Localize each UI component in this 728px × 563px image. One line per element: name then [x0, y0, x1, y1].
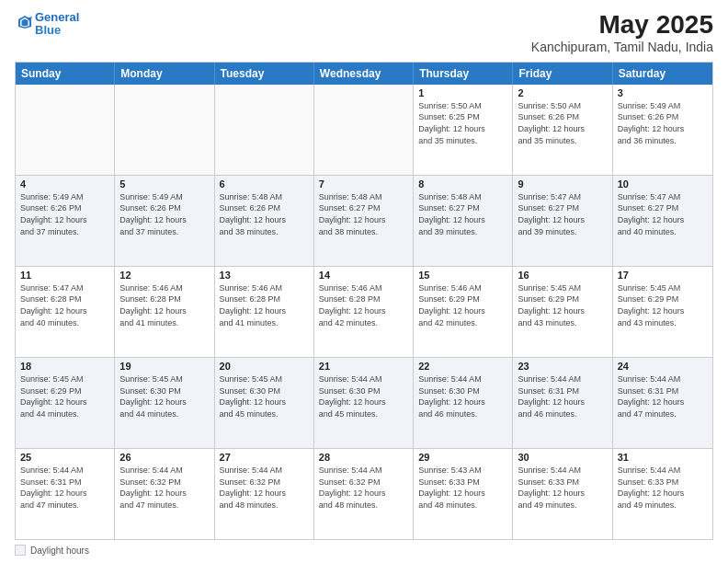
- calendar-cell: 2Sunrise: 5:50 AM Sunset: 6:26 PM Daylig…: [513, 85, 612, 175]
- day-number: 29: [418, 452, 507, 463]
- header: General Blue May 2025 Kanchipuram, Tamil…: [15, 11, 713, 54]
- day-number: 4: [20, 178, 109, 190]
- calendar-cell: 25Sunrise: 5:44 AM Sunset: 6:31 PM Dayli…: [16, 449, 115, 539]
- day-number: 25: [20, 452, 109, 463]
- day-number: 31: [618, 452, 708, 463]
- day-info: Sunrise: 5:46 AM Sunset: 6:28 PM Dayligh…: [319, 282, 408, 328]
- day-number: 26: [119, 452, 209, 463]
- calendar-cell: [314, 85, 414, 175]
- day-info: Sunrise: 5:45 AM Sunset: 6:30 PM Dayligh…: [220, 373, 309, 419]
- calendar-cell: 10Sunrise: 5:47 AM Sunset: 6:27 PM Dayli…: [613, 176, 712, 266]
- header-cell-monday: Monday: [115, 63, 214, 85]
- calendar-row: 25Sunrise: 5:44 AM Sunset: 6:31 PM Dayli…: [16, 449, 712, 539]
- calendar-cell: 3Sunrise: 5:49 AM Sunset: 6:26 PM Daylig…: [613, 85, 712, 175]
- calendar-cell: 17Sunrise: 5:45 AM Sunset: 6:29 PM Dayli…: [613, 267, 712, 357]
- calendar-cell: 13Sunrise: 5:46 AM Sunset: 6:28 PM Dayli…: [215, 267, 314, 357]
- day-info: Sunrise: 5:44 AM Sunset: 6:31 PM Dayligh…: [618, 373, 708, 419]
- day-info: Sunrise: 5:44 AM Sunset: 6:30 PM Dayligh…: [319, 373, 408, 419]
- day-number: 1: [418, 87, 507, 98]
- day-number: 15: [418, 270, 507, 281]
- day-info: Sunrise: 5:44 AM Sunset: 6:32 PM Dayligh…: [220, 465, 309, 511]
- day-info: Sunrise: 5:46 AM Sunset: 6:28 PM Dayligh…: [220, 282, 309, 328]
- calendar-cell: 8Sunrise: 5:48 AM Sunset: 6:27 PM Daylig…: [414, 176, 513, 266]
- calendar-cell: 1Sunrise: 5:50 AM Sunset: 6:25 PM Daylig…: [414, 85, 513, 175]
- calendar-cell: 11Sunrise: 5:47 AM Sunset: 6:28 PM Dayli…: [16, 267, 115, 357]
- calendar-cell: 20Sunrise: 5:45 AM Sunset: 6:30 PM Dayli…: [215, 358, 314, 448]
- day-info: Sunrise: 5:47 AM Sunset: 6:28 PM Dayligh…: [20, 282, 109, 328]
- day-number: 30: [518, 452, 607, 463]
- day-info: Sunrise: 5:46 AM Sunset: 6:28 PM Dayligh…: [119, 282, 209, 328]
- day-info: Sunrise: 5:43 AM Sunset: 6:33 PM Dayligh…: [418, 465, 507, 511]
- calendar-cell: 29Sunrise: 5:43 AM Sunset: 6:33 PM Dayli…: [414, 449, 513, 539]
- calendar-cell: 5Sunrise: 5:49 AM Sunset: 6:26 PM Daylig…: [115, 176, 214, 266]
- day-info: Sunrise: 5:45 AM Sunset: 6:30 PM Dayligh…: [119, 373, 209, 419]
- calendar: SundayMondayTuesdayWednesdayThursdayFrid…: [15, 62, 713, 540]
- day-number: 9: [518, 178, 607, 190]
- header-cell-friday: Friday: [513, 63, 612, 85]
- day-number: 7: [319, 178, 408, 190]
- day-number: 10: [618, 178, 708, 190]
- calendar-cell: 15Sunrise: 5:46 AM Sunset: 6:29 PM Dayli…: [414, 267, 513, 357]
- calendar-cell: 12Sunrise: 5:46 AM Sunset: 6:28 PM Dayli…: [115, 267, 214, 357]
- day-number: 22: [418, 361, 507, 372]
- calendar-cell: 21Sunrise: 5:44 AM Sunset: 6:30 PM Dayli…: [314, 358, 414, 448]
- day-info: Sunrise: 5:44 AM Sunset: 6:31 PM Dayligh…: [20, 465, 109, 511]
- day-number: 5: [119, 178, 209, 190]
- calendar-cell: 16Sunrise: 5:45 AM Sunset: 6:29 PM Dayli…: [513, 267, 612, 357]
- calendar-cell: 14Sunrise: 5:46 AM Sunset: 6:28 PM Dayli…: [314, 267, 414, 357]
- calendar-cell: 19Sunrise: 5:45 AM Sunset: 6:30 PM Dayli…: [115, 358, 214, 448]
- calendar-cell: 6Sunrise: 5:48 AM Sunset: 6:26 PM Daylig…: [215, 176, 314, 266]
- calendar-cell: [115, 85, 214, 175]
- calendar-cell: 18Sunrise: 5:45 AM Sunset: 6:29 PM Dayli…: [16, 358, 115, 448]
- day-number: 11: [20, 270, 109, 281]
- calendar-cell: 24Sunrise: 5:44 AM Sunset: 6:31 PM Dayli…: [613, 358, 712, 448]
- legend-label: Daylight hours: [30, 546, 89, 556]
- day-info: Sunrise: 5:47 AM Sunset: 6:27 PM Dayligh…: [618, 191, 708, 237]
- day-info: Sunrise: 5:44 AM Sunset: 6:32 PM Dayligh…: [119, 465, 209, 511]
- title-block: May 2025 Kanchipuram, Tamil Nadu, India: [531, 11, 713, 54]
- day-info: Sunrise: 5:44 AM Sunset: 6:31 PM Dayligh…: [518, 373, 607, 419]
- day-info: Sunrise: 5:50 AM Sunset: 6:25 PM Dayligh…: [418, 100, 507, 146]
- day-info: Sunrise: 5:49 AM Sunset: 6:26 PM Dayligh…: [119, 191, 209, 237]
- day-number: 23: [518, 361, 607, 372]
- calendar-cell: 30Sunrise: 5:44 AM Sunset: 6:33 PM Dayli…: [513, 449, 612, 539]
- day-info: Sunrise: 5:47 AM Sunset: 6:27 PM Dayligh…: [518, 191, 607, 237]
- calendar-cell: 27Sunrise: 5:44 AM Sunset: 6:32 PM Dayli…: [215, 449, 314, 539]
- calendar-row: 11Sunrise: 5:47 AM Sunset: 6:28 PM Dayli…: [16, 267, 712, 358]
- day-info: Sunrise: 5:44 AM Sunset: 6:33 PM Dayligh…: [618, 465, 708, 511]
- day-number: 18: [20, 361, 109, 372]
- day-info: Sunrise: 5:44 AM Sunset: 6:33 PM Dayligh…: [518, 465, 607, 511]
- day-number: 2: [518, 87, 607, 98]
- day-number: 27: [220, 452, 309, 463]
- day-info: Sunrise: 5:48 AM Sunset: 6:27 PM Dayligh…: [319, 191, 408, 237]
- day-number: 6: [220, 178, 309, 190]
- calendar-cell: 7Sunrise: 5:48 AM Sunset: 6:27 PM Daylig…: [314, 176, 414, 266]
- calendar-cell: 4Sunrise: 5:49 AM Sunset: 6:26 PM Daylig…: [16, 176, 115, 266]
- day-number: 17: [618, 270, 708, 281]
- calendar-cell: [215, 85, 314, 175]
- calendar-cell: 31Sunrise: 5:44 AM Sunset: 6:33 PM Dayli…: [613, 449, 712, 539]
- day-number: 19: [119, 361, 209, 372]
- day-number: 3: [618, 87, 708, 98]
- header-cell-thursday: Thursday: [414, 63, 513, 85]
- header-cell-tuesday: Tuesday: [215, 63, 314, 85]
- logo-text: General Blue: [35, 11, 79, 38]
- footer: Daylight hours: [15, 545, 713, 556]
- day-info: Sunrise: 5:46 AM Sunset: 6:29 PM Dayligh…: [418, 282, 507, 328]
- calendar-header: SundayMondayTuesdayWednesdayThursdayFrid…: [16, 63, 712, 85]
- header-cell-saturday: Saturday: [613, 63, 712, 85]
- logo-line2: Blue: [35, 23, 61, 37]
- calendar-cell: 26Sunrise: 5:44 AM Sunset: 6:32 PM Dayli…: [115, 449, 214, 539]
- day-info: Sunrise: 5:50 AM Sunset: 6:26 PM Dayligh…: [518, 100, 607, 146]
- calendar-cell: 22Sunrise: 5:44 AM Sunset: 6:30 PM Dayli…: [414, 358, 513, 448]
- calendar-cell: [16, 85, 115, 175]
- day-info: Sunrise: 5:49 AM Sunset: 6:26 PM Dayligh…: [618, 100, 708, 146]
- day-info: Sunrise: 5:48 AM Sunset: 6:26 PM Dayligh…: [220, 191, 309, 237]
- day-number: 8: [418, 178, 507, 190]
- logo-icon: [17, 14, 33, 30]
- main-title: May 2025: [531, 11, 713, 40]
- day-number: 20: [220, 361, 309, 372]
- subtitle: Kanchipuram, Tamil Nadu, India: [531, 40, 713, 54]
- header-cell-sunday: Sunday: [16, 63, 115, 85]
- day-number: 21: [319, 361, 408, 372]
